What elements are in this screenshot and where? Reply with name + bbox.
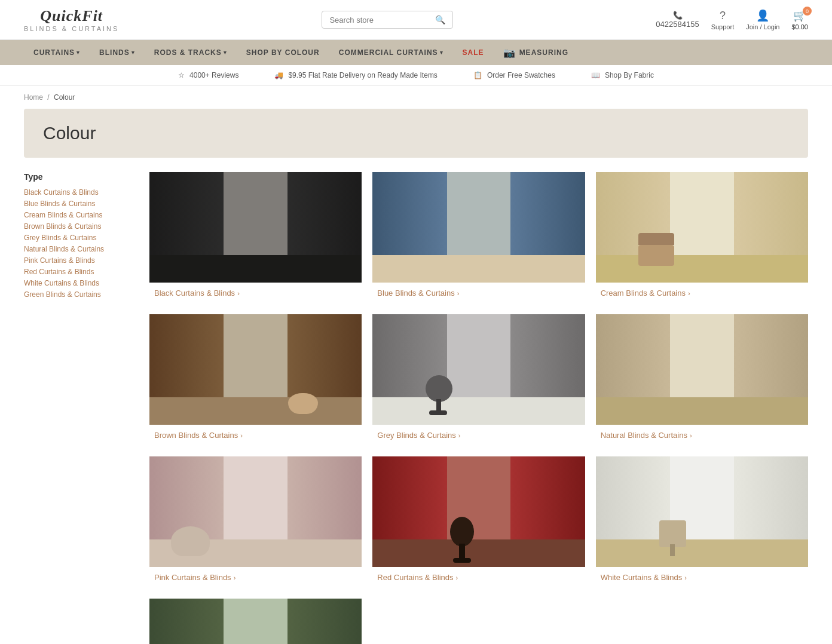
product-card-red[interactable]: Red Curtains & Blinds › xyxy=(372,456,585,588)
cart-badge: 0 xyxy=(803,7,812,16)
sidebar-link-white[interactable]: White Curtains & Blinds xyxy=(24,279,99,287)
book-icon: 📖 xyxy=(591,71,600,79)
chevron-right-icon: › xyxy=(237,290,240,297)
sidebar-item[interactable]: Green Blinds & Curtains xyxy=(24,290,131,299)
sidebar-link-red[interactable]: Red Curtains & Blinds xyxy=(24,268,94,276)
search-input[interactable] xyxy=(329,16,435,24)
product-label-cream: Cream Blinds & Curtains › xyxy=(596,283,808,303)
product-image-brown xyxy=(149,314,362,425)
product-card-white[interactable]: White Curtains & Blinds › xyxy=(596,456,808,588)
chevron-right-icon: › xyxy=(688,290,690,297)
grid-row-3: Pink Curtains & Blinds › xyxy=(149,456,808,588)
empty-cell-2 xyxy=(596,599,808,644)
nav-sale[interactable]: SALE xyxy=(453,40,494,65)
product-image-grey xyxy=(372,314,585,425)
product-label-grey: Grey Blinds & Curtains › xyxy=(372,425,585,446)
product-image-cream xyxy=(596,172,808,283)
nav-curtains[interactable]: CURTAINS ▾ xyxy=(24,40,90,65)
sidebar-link-pink[interactable]: Pink Curtains & Blinds xyxy=(24,256,95,265)
breadcrumb-separator: / xyxy=(47,93,51,102)
sidebar-link-grey[interactable]: Grey Blinds & Curtains xyxy=(24,234,96,242)
clipboard-icon: 📋 xyxy=(473,71,482,79)
product-image-blue xyxy=(372,172,585,283)
sidebar-link-black[interactable]: Black Curtains & Blinds xyxy=(24,188,99,197)
chevron-down-icon: ▾ xyxy=(131,50,135,56)
sidebar-item[interactable]: Grey Blinds & Curtains xyxy=(24,233,131,242)
nav-shop-by-colour[interactable]: SHOP BY COLOUR xyxy=(237,40,329,65)
product-grid: Black Curtains & Blinds › Blue Blinds & … xyxy=(149,172,808,644)
chevron-right-icon: › xyxy=(240,432,243,439)
benefit-text: Shop By Fabric xyxy=(605,71,654,79)
product-image-pink xyxy=(149,456,362,567)
product-card-cream[interactable]: Cream Blinds & Curtains › xyxy=(596,172,808,303)
product-card-pink[interactable]: Pink Curtains & Blinds › xyxy=(149,456,362,588)
cart-button[interactable]: 0 🛒 $0.00 xyxy=(791,9,808,30)
star-icon: ☆ xyxy=(178,71,185,79)
truck-icon: 🚚 xyxy=(274,71,283,79)
product-card-black[interactable]: Black Curtains & Blinds › xyxy=(149,172,362,303)
chevron-right-icon: › xyxy=(690,432,692,439)
page-hero: Colour xyxy=(24,109,808,158)
search-icon: 🔍 xyxy=(435,15,445,24)
support-label: Support xyxy=(711,23,735,30)
product-image-natural xyxy=(596,314,808,425)
product-card-brown[interactable]: Brown Blinds & Curtains › xyxy=(149,314,362,446)
sidebar-link-cream[interactable]: Cream Blinds & Curtains xyxy=(24,211,102,219)
sidebar-item[interactable]: White Curtains & Blinds xyxy=(24,278,131,287)
product-name: Black Curtains & Blinds xyxy=(154,289,235,298)
chevron-down-icon: ▾ xyxy=(440,50,443,56)
sidebar-title: Type xyxy=(24,172,131,182)
sidebar-item[interactable]: Black Curtains & Blinds xyxy=(24,188,131,197)
product-card-blue[interactable]: Blue Blinds & Curtains › xyxy=(372,172,585,303)
main-nav: CURTAINS ▾ BLINDS ▾ RODS & TRACKS ▾ SHOP… xyxy=(0,40,832,65)
benefit-swatches: 📋 Order Free Swatches xyxy=(473,71,555,79)
main-layout: Type Black Curtains & Blinds Blue Blinds… xyxy=(0,172,832,644)
product-label-pink: Pink Curtains & Blinds › xyxy=(149,567,362,588)
breadcrumb: Home / Colour xyxy=(0,86,832,109)
phone-icon: 📞 xyxy=(673,11,683,20)
login-button[interactable]: 👤 Join / Login xyxy=(746,9,779,30)
product-card-grey[interactable]: Grey Blinds & Curtains › xyxy=(372,314,585,446)
product-card-natural[interactable]: Natural Blinds & Curtains › xyxy=(596,314,808,446)
product-label-blue: Blue Blinds & Curtains › xyxy=(372,283,585,303)
phone-number: 0422584155 xyxy=(656,20,699,29)
benefit-delivery: 🚚 $9.95 Flat Rate Delivery on Ready Made… xyxy=(274,71,437,79)
nav-commercial[interactable]: COMMERCIAL CURTAINS ▾ xyxy=(329,40,453,65)
product-label-white: White Curtains & Blinds › xyxy=(596,567,808,588)
sidebar: Type Black Curtains & Blinds Blue Blinds… xyxy=(24,172,131,644)
product-label-brown: Brown Blinds & Curtains › xyxy=(149,425,362,446)
grid-row-1: Black Curtains & Blinds › Blue Blinds & … xyxy=(149,172,808,303)
benefits-bar: ☆ 4000+ Reviews 🚚 $9.95 Flat Rate Delive… xyxy=(0,65,832,86)
sidebar-link-natural[interactable]: Natural Blinds & Curtains xyxy=(24,245,104,253)
product-image-black xyxy=(149,172,362,283)
benefit-reviews: ☆ 4000+ Reviews xyxy=(178,71,238,79)
sidebar-item[interactable]: Blue Blinds & Curtains xyxy=(24,199,131,208)
sidebar-item[interactable]: Cream Blinds & Curtains xyxy=(24,210,131,219)
nav-measuring[interactable]: 📷 MEASURING xyxy=(494,40,578,65)
chevron-down-icon: ▾ xyxy=(224,50,227,56)
sidebar-list: Black Curtains & Blinds Blue Blinds & Cu… xyxy=(24,188,131,299)
logo[interactable]: QuickFit Blinds & Curtains xyxy=(24,7,119,32)
camera-icon: 📷 xyxy=(503,47,516,59)
chevron-right-icon: › xyxy=(456,574,458,581)
sidebar-item[interactable]: Brown Blinds & Curtains xyxy=(24,222,131,231)
header-right: 📞 0422584155 ? Support 👤 Join / Login 0 … xyxy=(656,9,808,30)
sidebar-link-green[interactable]: Green Blinds & Curtains xyxy=(24,290,101,299)
sidebar-item[interactable]: Red Curtains & Blinds xyxy=(24,267,131,276)
login-label: Join / Login xyxy=(746,23,779,30)
logo-name: QuickFit xyxy=(40,7,103,25)
page-title: Colour xyxy=(43,123,789,143)
product-card-green[interactable]: Green Blinds & Curtains › xyxy=(149,599,362,644)
nav-rods-tracks[interactable]: RODS & TRACKS ▾ xyxy=(145,40,237,65)
nav-blinds[interactable]: BLINDS ▾ xyxy=(90,40,145,65)
product-name: Brown Blinds & Curtains xyxy=(154,431,238,440)
sidebar-item[interactable]: Natural Blinds & Curtains xyxy=(24,244,131,253)
benefit-text: Order Free Swatches xyxy=(487,71,555,79)
sidebar-link-brown[interactable]: Brown Blinds & Curtains xyxy=(24,222,101,231)
sidebar-item[interactable]: Pink Curtains & Blinds xyxy=(24,256,131,265)
benefit-text: $9.95 Flat Rate Delivery on Ready Made I… xyxy=(288,71,437,79)
sidebar-link-blue[interactable]: Blue Blinds & Curtains xyxy=(24,200,95,208)
header: QuickFit Blinds & Curtains 🔍 📞 042258415… xyxy=(0,0,832,40)
breadcrumb-home[interactable]: Home xyxy=(24,93,43,102)
support-button[interactable]: ? Support xyxy=(711,10,735,30)
